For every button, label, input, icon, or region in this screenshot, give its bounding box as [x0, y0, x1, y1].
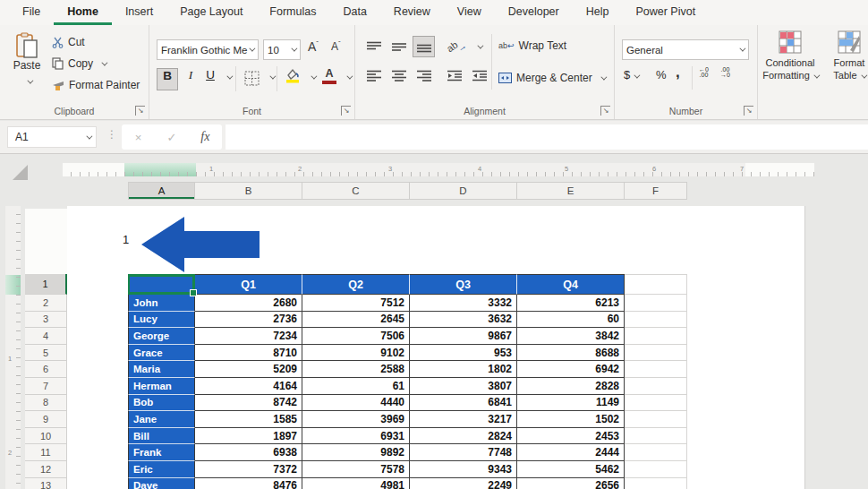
row-header-4[interactable]: 4: [25, 328, 67, 345]
cell-C12[interactable]: 7578: [302, 461, 410, 478]
cell-D6[interactable]: 1802: [410, 361, 517, 378]
decrease-decimal-button[interactable]: .00→0: [720, 67, 730, 78]
row-header-7[interactable]: 7: [25, 378, 67, 395]
cell-D3[interactable]: 3632: [410, 312, 517, 329]
cell-B12[interactable]: 7372: [195, 461, 302, 478]
cell-B8[interactable]: 8742: [195, 395, 302, 412]
row-header-13[interactable]: 13: [25, 478, 67, 489]
ribbon-tab-review[interactable]: Review: [380, 0, 444, 25]
cell-A4-name[interactable]: George: [128, 328, 195, 345]
header-cell-q3[interactable]: Q3: [410, 274, 517, 295]
underline-button[interactable]: U: [203, 68, 217, 90]
orientation-button[interactable]: ab →: [443, 36, 470, 57]
italic-button[interactable]: I: [183, 68, 198, 90]
increase-decimal-button[interactable]: ←0.00: [699, 67, 709, 78]
insert-function-icon[interactable]: fx: [189, 130, 222, 144]
cell-B2[interactable]: 2680: [195, 295, 302, 312]
increase-font-size-button[interactable]: Aˆ: [308, 39, 319, 54]
cell-C7[interactable]: 61: [302, 378, 410, 395]
format-as-table-button[interactable]: Format Table: [822, 30, 868, 82]
conditional-formatting-button[interactable]: Conditional Formatting: [762, 30, 819, 82]
font-size-combobox[interactable]: 10: [263, 39, 301, 60]
cell-C9[interactable]: 3969: [302, 411, 410, 428]
ribbon-tab-home[interactable]: Home: [54, 0, 112, 25]
decrease-indent-button[interactable]: [443, 64, 465, 86]
cell-B9[interactable]: 1585: [195, 411, 302, 428]
ribbon-tab-view[interactable]: View: [444, 0, 495, 25]
annotation-arrow-shape[interactable]: [141, 217, 260, 272]
column-header-b[interactable]: B: [195, 182, 302, 200]
ribbon-tab-developer[interactable]: Developer: [495, 0, 573, 25]
ribbon-tab-power-pivot[interactable]: Power Pivot: [622, 0, 709, 25]
header-cell-q1[interactable]: Q1: [195, 274, 302, 295]
cell-A1-selected[interactable]: [128, 274, 195, 295]
percent-button[interactable]: %: [656, 68, 667, 82]
cell-A7-name[interactable]: Herman: [128, 378, 195, 395]
formula-bar-drag-handle[interactable]: ⋮: [106, 128, 117, 141]
cell-B4[interactable]: 7234: [195, 328, 302, 345]
cell-B3[interactable]: 2736: [195, 312, 302, 329]
cell-E5[interactable]: 8688: [517, 345, 625, 362]
select-all-button[interactable]: [13, 165, 28, 180]
cell-A8-name[interactable]: Bob: [128, 395, 195, 412]
cell-A13-name[interactable]: Dave: [128, 478, 195, 489]
decrease-font-size-button[interactable]: Aˇ: [331, 39, 341, 53]
ribbon-tab-data[interactable]: Data: [329, 0, 379, 25]
borders-chevron-icon[interactable]: [269, 73, 276, 80]
increase-indent-button[interactable]: [468, 64, 490, 86]
cell-A6-name[interactable]: Maria: [128, 361, 195, 378]
column-header-d[interactable]: D: [410, 182, 517, 200]
row-header-9[interactable]: 9: [25, 411, 67, 428]
column-header-f[interactable]: F: [625, 182, 687, 200]
row-header-12[interactable]: 12: [25, 461, 67, 478]
formula-input[interactable]: [226, 124, 868, 150]
cell-B5[interactable]: 8710: [195, 345, 302, 362]
cell-D9[interactable]: 3217: [410, 411, 517, 428]
cell-F5[interactable]: [625, 345, 687, 362]
font-color-button[interactable]: A: [319, 68, 339, 90]
copy-button[interactable]: Copy: [52, 57, 106, 70]
cell-E9[interactable]: 1502: [517, 411, 625, 428]
cell-F7[interactable]: [625, 378, 687, 395]
currency-button[interactable]: $: [624, 68, 638, 82]
clipboard-dialog-launcher[interactable]: ↘: [135, 106, 145, 116]
fill-color-chevron-icon[interactable]: [311, 73, 317, 80]
cell-E8[interactable]: 1149: [517, 395, 625, 412]
cell-B10[interactable]: 1897: [195, 428, 302, 445]
cell-C6[interactable]: 2588: [302, 361, 410, 378]
row-header-3[interactable]: 3: [25, 312, 67, 329]
merge-center-button[interactable]: Merge & Center: [498, 72, 605, 84]
cell-A11-name[interactable]: Frank: [128, 444, 195, 461]
cell-B11[interactable]: 6938: [195, 444, 302, 461]
align-left-button[interactable]: [362, 64, 385, 86]
ribbon-tab-file[interactable]: File: [9, 0, 54, 25]
ribbon-tab-help[interactable]: Help: [573, 0, 623, 25]
header-cell-q2[interactable]: Q2: [302, 274, 410, 295]
row-header-1[interactable]: 1: [25, 274, 67, 295]
cell-D11[interactable]: 7748: [410, 444, 517, 461]
cell-F8[interactable]: [625, 395, 687, 412]
cell-F2[interactable]: [625, 295, 687, 312]
row-header-6[interactable]: 6: [25, 361, 67, 378]
cell-E10[interactable]: 2453: [517, 428, 625, 445]
cell-A10-name[interactable]: Bill: [128, 428, 195, 445]
cell-C13[interactable]: 4981: [302, 478, 410, 489]
cell-A5-name[interactable]: Grace: [128, 345, 195, 362]
cell-F11[interactable]: [625, 444, 687, 461]
font-color-chevron-icon[interactable]: [346, 73, 353, 80]
enter-icon[interactable]: ✓: [155, 131, 188, 144]
cell-B6[interactable]: 5209: [195, 361, 302, 378]
row-header-2[interactable]: 2: [25, 295, 67, 312]
align-center-button[interactable]: [387, 64, 410, 86]
number-dialog-launcher[interactable]: ↘: [744, 106, 753, 116]
cell-F12[interactable]: [625, 461, 687, 478]
format-painter-button[interactable]: Format Painter: [52, 79, 140, 91]
cell-C2[interactable]: 7512: [302, 295, 410, 312]
bold-button[interactable]: B: [157, 68, 178, 90]
cell-D13[interactable]: 2249: [410, 478, 517, 489]
cell-A3-name[interactable]: Lucy: [128, 312, 195, 329]
cell-E7[interactable]: 2828: [517, 378, 625, 395]
cell-D10[interactable]: 2824: [410, 428, 517, 445]
header-cell-q4[interactable]: Q4: [517, 274, 625, 295]
font-name-combobox[interactable]: Franklin Gothic Me: [157, 39, 259, 60]
